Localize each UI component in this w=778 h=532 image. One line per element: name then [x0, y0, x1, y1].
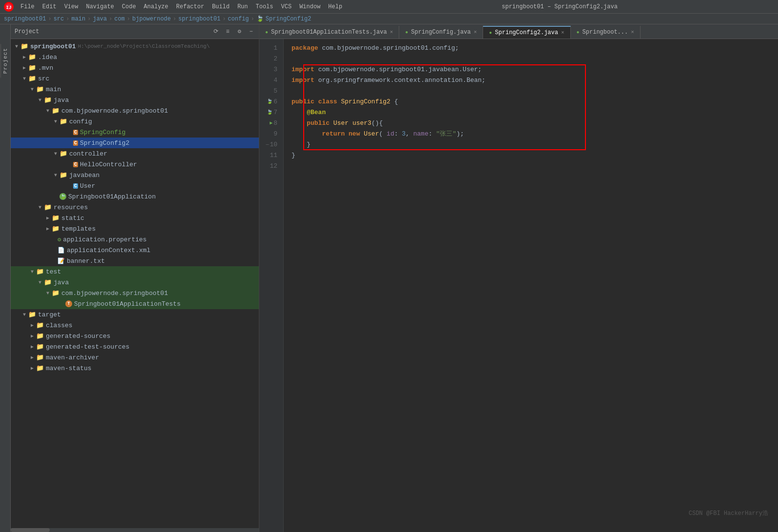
breadcrumb-item-2[interactable]: main	[71, 16, 85, 22]
src-label: src	[38, 75, 49, 82]
code-line-6: public class SpringConfig2 {	[292, 97, 770, 107]
menu-refactor[interactable]: Refactor	[173, 2, 207, 11]
sync-icon[interactable]: ⟳	[212, 28, 220, 36]
tree-config[interactable]: ▼ 📁 config	[11, 116, 259, 127]
line-numbers: 1 2 3 4 5 🍃6 🍃7 ▶8 9 —10 11 12	[259, 39, 284, 532]
breadcrumb-item-4[interactable]: com	[114, 16, 125, 22]
tree-classes[interactable]: ▶ 📁 classes	[11, 320, 259, 331]
menu-edit[interactable]: Edit	[39, 2, 59, 11]
tree-test-java[interactable]: ▼ 📁 java	[11, 277, 259, 288]
tree-appprops[interactable]: ⚙ application.properties	[11, 234, 259, 245]
tree-maven-archiver[interactable]: ▶ 📁 maven-archiver	[11, 352, 259, 363]
minimize-icon[interactable]: −	[247, 28, 255, 36]
watermark: CSDN @FBI HackerHarry浩	[689, 509, 768, 517]
javabean-label: javabean	[69, 172, 99, 179]
appprops-label: application.properties	[63, 236, 147, 243]
tree-springconfig[interactable]: C SpringConfig	[11, 127, 259, 138]
tree-idea[interactable]: ▶ 📁 .idea	[11, 52, 259, 62]
menu-code[interactable]: Code	[119, 2, 139, 11]
tab-apptest-label: Springboot01ApplicationTests.java	[271, 29, 387, 36]
breadcrumb-item-9[interactable]: SpringConfig2	[266, 16, 311, 22]
window-title: springboot01 – SpringConfig2.java	[345, 3, 774, 10]
tab-springboot-label: Springboot...	[583, 29, 628, 36]
menu-tools[interactable]: Tools	[253, 2, 276, 11]
gensrc-label: generated-sources	[46, 333, 111, 340]
tab-springconfig2-close[interactable]: ×	[561, 30, 564, 36]
tab-springconfig2[interactable]: ● SpringConfig2.java ×	[483, 26, 570, 39]
menu-file[interactable]: File	[18, 2, 38, 11]
menu-help[interactable]: Help	[325, 2, 345, 11]
main-folder-icon: 📁	[36, 85, 44, 93]
menu-window[interactable]: Window	[296, 2, 323, 11]
tree-maven-status[interactable]: ▶ 📁 maven-status	[11, 363, 259, 374]
breadcrumb-item-6[interactable]: springboot01	[178, 16, 220, 22]
tab-apptest[interactable]: ● Springboot01ApplicationTests.java ×	[259, 26, 399, 39]
menu-view[interactable]: View	[61, 2, 81, 11]
tree-resources[interactable]: ▼ 📁 resources	[11, 202, 259, 213]
menu-navigate[interactable]: Navigate	[83, 2, 117, 11]
tree-banner[interactable]: 📝 banner.txt	[11, 256, 259, 266]
tree-springconfig2[interactable]: C SpringConfig2	[11, 138, 259, 148]
tree-root[interactable]: ▼ 📁 springboot01 H:\power_node\Projects\…	[11, 41, 259, 52]
breadcrumb-item-8[interactable]: 🍃	[256, 15, 264, 22]
tree-static[interactable]: ▶ 📁 static	[11, 213, 259, 223]
menu-analyze[interactable]: Analyze	[141, 2, 171, 11]
tree-mvn[interactable]: ▶ 📁 .mvn	[11, 62, 259, 73]
tree-test[interactable]: ▼ 📁 test	[11, 266, 259, 277]
tree-main[interactable]: ▼ 📁 main	[11, 84, 259, 95]
tree-apptest[interactable]: T Springboot01ApplicationTests	[11, 298, 259, 309]
tab-springconfig[interactable]: ● SpringConfig.java ×	[399, 26, 483, 39]
tree-test-com[interactable]: ▼ 📁 com.bjpowernode.springboot01	[11, 288, 259, 298]
project-side-tab[interactable]: Project	[0, 44, 10, 78]
tab-springboot[interactable]: ● Springboot... ×	[571, 26, 641, 39]
tree-user[interactable]: C User	[11, 180, 259, 191]
tree-controller[interactable]: ▼ 📁 controller	[11, 148, 259, 159]
tree-scrollbar[interactable]	[11, 528, 259, 532]
tree-java[interactable]: ▼ 📁 java	[11, 95, 259, 105]
springconfig2-label: SpringConfig2	[80, 139, 129, 147]
code-line-12	[292, 161, 770, 172]
tree-templates[interactable]: ▶ 📁 templates	[11, 223, 259, 234]
tree-springboot01app[interactable]: 🍃 Springboot01Application	[11, 191, 259, 202]
tree-javabean[interactable]: ▼ 📁 javabean	[11, 170, 259, 180]
code-editor[interactable]: 1 2 3 4 5 🍃6 🍃7 ▶8 9 —10 11 12	[259, 39, 778, 532]
appctx-label: applicationContext.xml	[67, 247, 151, 254]
tree-target[interactable]: ▼ 📁 target	[11, 309, 259, 320]
tree-com[interactable]: ▼ 📁 com.bjpowernode.springboot01	[11, 105, 259, 116]
project-tree[interactable]: ▼ 📁 springboot01 H:\power_node\Projects\…	[11, 39, 259, 528]
tree-src[interactable]: ▼ 📁 src	[11, 73, 259, 84]
target-folder-icon: 📁	[28, 311, 36, 318]
tree-appctx[interactable]: 📄 applicationContext.xml	[11, 245, 259, 256]
menu-build[interactable]: Build	[209, 2, 233, 11]
breadcrumb-item-7[interactable]: config	[228, 16, 249, 22]
classes-label: classes	[46, 322, 73, 329]
breadcrumb-item-0[interactable]: springboot01	[4, 16, 46, 22]
tree-generated-test-sources[interactable]: ▶ 📁 generated-test-sources	[11, 341, 259, 352]
code-line-11: }	[292, 150, 770, 161]
menu-bar[interactable]: File Edit View Navigate Code Analyze Ref…	[18, 2, 345, 11]
breadcrumb-item-3[interactable]: java	[93, 16, 107, 22]
templates-folder-icon: 📁	[52, 225, 59, 233]
tab-springconfig-close[interactable]: ×	[474, 29, 477, 35]
tab-springboot-close[interactable]: ×	[631, 29, 634, 35]
config-folder-icon: 📁	[59, 118, 67, 125]
code-content[interactable]: package com.bjpowernode.springboot01.con…	[284, 39, 778, 532]
code-line-10: }	[292, 139, 770, 150]
tab-bar[interactable]: ● Springboot01ApplicationTests.java × ● …	[259, 24, 778, 39]
banner-icon: 📝	[58, 257, 65, 265]
tab-apptest-close[interactable]: ×	[390, 29, 393, 35]
idea-folder-icon: 📁	[28, 53, 36, 61]
root-folder-icon: 📁	[20, 42, 28, 50]
menu-run[interactable]: Run	[234, 2, 251, 11]
tree-generated-sources[interactable]: ▶ 📁 generated-sources	[11, 331, 259, 341]
java-folder-icon: 📁	[44, 96, 52, 104]
settings-panel-icon[interactable]: ⚙	[235, 28, 243, 36]
breadcrumb-item-5[interactable]: bjpowernode	[132, 16, 171, 22]
menu-vcs[interactable]: VCS	[278, 2, 295, 11]
tree-hellocontroller[interactable]: C HelloController	[11, 159, 259, 170]
gentestsrc-label: generated-test-sources	[46, 343, 130, 351]
collapse-all-icon[interactable]: ≡	[224, 28, 232, 36]
project-panel: Project ⟳ ≡ ⚙ − ▼ 📁 springboot01 H:\powe…	[11, 24, 259, 532]
breadcrumb-item-1[interactable]: src	[54, 16, 64, 22]
tab-springconfig-label: SpringConfig.java	[411, 29, 470, 36]
